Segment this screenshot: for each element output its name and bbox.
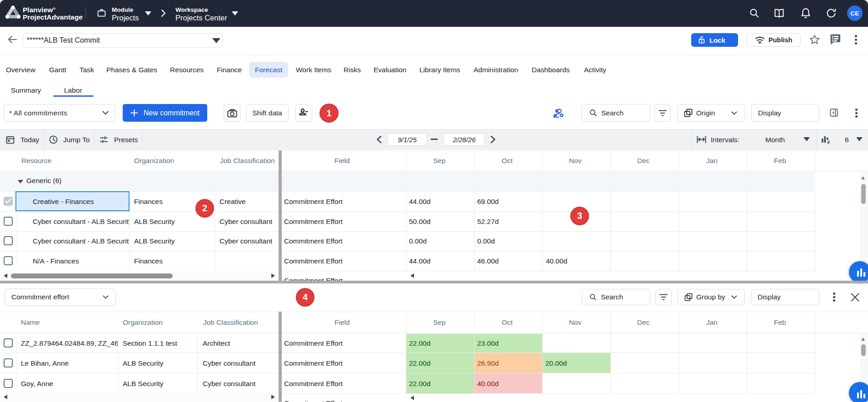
svg-text:#: # — [827, 139, 830, 144]
